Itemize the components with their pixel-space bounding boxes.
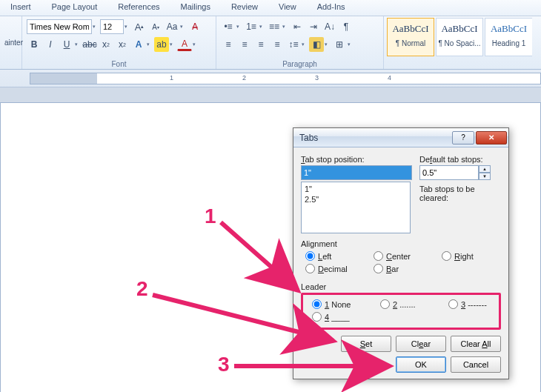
- set-button[interactable]: Set: [341, 336, 391, 352]
- alignment-label: Alignment: [301, 239, 501, 248]
- dropdown-icon[interactable]: ▾: [125, 24, 130, 30]
- tab-review[interactable]: Review: [221, 0, 268, 16]
- ribbon: ainter ▾ ▾ A▴ A▾ Aa▾ A̶ B I U▾ abc x2 x2…: [0, 16, 541, 70]
- leader-group: 1 None 2 ....... 3 ------- 4 ____: [301, 293, 501, 330]
- text-effects-icon[interactable]: A: [131, 37, 146, 52]
- cancel-button[interactable]: Cancel: [451, 356, 501, 373]
- styles-gallery: AaBbCcI ¶ Normal AaBbCcI ¶ No Spaci... A…: [384, 16, 535, 69]
- annotation-1: 1: [205, 205, 216, 228]
- font-size-combo[interactable]: [100, 19, 124, 34]
- bold-icon[interactable]: B: [27, 37, 42, 52]
- shrink-font-icon[interactable]: A▾: [148, 19, 163, 34]
- spin-down-icon[interactable]: ▼: [479, 173, 491, 180]
- line-spacing-icon[interactable]: ↕≡: [286, 37, 301, 52]
- spin-up-icon[interactable]: ▲: [479, 165, 491, 173]
- ok-button[interactable]: OK: [396, 356, 446, 373]
- change-case-icon[interactable]: Aa: [165, 19, 179, 34]
- strikethrough-icon[interactable]: abc: [82, 37, 97, 52]
- tabs-dialog: Tabs ? ✕ Tab stop position: 1" 2.5" Defa…: [293, 127, 509, 379]
- group-label-paragraph: Paragraph: [216, 60, 383, 68]
- increase-indent-icon[interactable]: ⇥: [306, 19, 321, 34]
- highlight-icon[interactable]: ab: [154, 37, 169, 52]
- show-marks-icon[interactable]: ¶: [339, 19, 354, 34]
- shading-icon[interactable]: ◧: [309, 37, 324, 52]
- dialog-titlebar[interactable]: Tabs ? ✕: [293, 128, 508, 147]
- tab-insert[interactable]: Insert: [0, 0, 42, 16]
- horizontal-ruler[interactable]: 1 2 3 4: [30, 73, 541, 84]
- tab-addins[interactable]: Add-Ins: [307, 0, 356, 16]
- decrease-indent-icon[interactable]: ⇤: [290, 19, 305, 34]
- tab-stops-cleared-label: Tab stops to be cleared:: [419, 185, 501, 202]
- bullets-icon[interactable]: •≡: [221, 19, 236, 34]
- default-tab-stops-label: Default tab stops:: [419, 155, 501, 164]
- tab-mailings[interactable]: Mailings: [170, 0, 221, 16]
- align-left-icon[interactable]: ≡: [221, 37, 236, 52]
- leader-underline-radio[interactable]: 4 ____: [312, 312, 380, 322]
- close-button[interactable]: ✕: [476, 131, 507, 144]
- style-no-spacing[interactable]: AaBbCcI ¶ No Spaci...: [436, 18, 483, 56]
- tab-view[interactable]: View: [268, 0, 307, 16]
- group-label-font: Font: [22, 60, 216, 68]
- style-normal[interactable]: AaBbCcI ¶ Normal: [387, 18, 434, 56]
- dropdown-icon[interactable]: ▾: [93, 24, 99, 30]
- annotation-2: 2: [136, 277, 148, 301]
- tab-stop-list[interactable]: 1" 2.5": [301, 182, 411, 233]
- multilevel-icon[interactable]: ≡≡: [267, 19, 282, 34]
- tab-stop-position-input[interactable]: [301, 165, 412, 180]
- leader-label: Leader: [301, 282, 501, 291]
- align-center-radio[interactable]: Center: [374, 251, 442, 261]
- leader-none-radio[interactable]: 1 None: [312, 299, 380, 309]
- sort-icon[interactable]: A↓: [322, 19, 337, 34]
- clear-button[interactable]: Clear: [396, 336, 446, 352]
- ribbon-tabs: Insert Page Layout References Mailings R…: [0, 0, 541, 16]
- default-tab-stops-input[interactable]: [419, 165, 479, 180]
- annotation-3: 3: [218, 353, 230, 376]
- list-item[interactable]: 1": [305, 184, 407, 194]
- leader-dashes-radio[interactable]: 3 -------: [448, 299, 508, 309]
- help-button[interactable]: ?: [452, 131, 474, 144]
- list-item[interactable]: 2.5": [305, 194, 407, 205]
- numbering-icon[interactable]: 1≡: [244, 19, 259, 34]
- align-left-radio[interactable]: Left: [305, 251, 374, 261]
- align-right-radio[interactable]: Right: [442, 251, 501, 261]
- justify-icon[interactable]: ≡: [270, 37, 285, 52]
- clear-all-button[interactable]: Clear All: [451, 336, 501, 352]
- dialog-title: Tabs: [299, 133, 451, 143]
- tab-page-layout[interactable]: Page Layout: [42, 0, 108, 16]
- clear-formatting-icon[interactable]: A̶: [187, 19, 202, 34]
- subscript-icon[interactable]: x2: [99, 37, 113, 52]
- font-color-icon[interactable]: A: [177, 39, 192, 51]
- align-bar-radio[interactable]: Bar: [374, 264, 442, 273]
- superscript-icon[interactable]: x2: [115, 37, 130, 52]
- font-name-combo[interactable]: [27, 19, 92, 34]
- style-heading-1[interactable]: AaBbCcI Heading 1: [485, 18, 532, 56]
- tab-references[interactable]: References: [107, 0, 170, 16]
- underline-icon[interactable]: U: [59, 37, 74, 52]
- grow-font-icon[interactable]: A▴: [132, 19, 147, 34]
- italic-icon[interactable]: I: [43, 37, 58, 52]
- tab-stop-position-label: Tab stop position:: [301, 155, 412, 164]
- leader-dots-radio[interactable]: 2 .......: [380, 299, 448, 309]
- alignment-group: Left Center Right Decimal Bar: [301, 250, 501, 276]
- align-center-icon[interactable]: ≡: [237, 37, 252, 52]
- align-decimal-radio[interactable]: Decimal: [305, 264, 374, 273]
- ruler-area: 1 2 3 4: [0, 70, 541, 87]
- align-right-icon[interactable]: ≡: [253, 37, 268, 52]
- borders-icon[interactable]: ⊞: [332, 37, 347, 52]
